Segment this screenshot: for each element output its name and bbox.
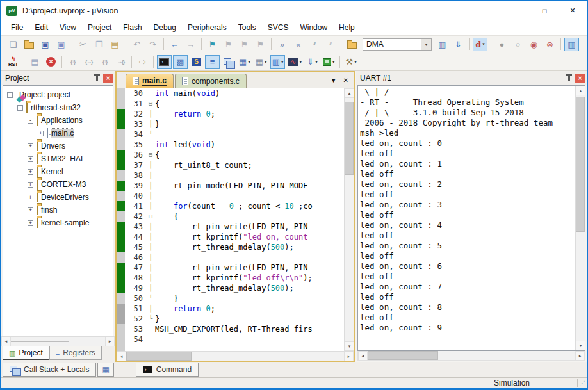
tree-expander-icon[interactable]: + (28, 182, 33, 188)
close-button[interactable]: ✕ (559, 1, 587, 20)
command-tab[interactable]: › Command (136, 363, 199, 377)
fold-marker[interactable]: ⊟ (146, 150, 155, 160)
scroll-thumb[interactable] (11, 341, 69, 342)
menu-flash[interactable]: Flash (117, 21, 147, 34)
tree-expander-icon[interactable]: + (28, 195, 33, 200)
tree-expander-icon[interactable]: + (28, 169, 33, 175)
scroll-down-icon[interactable]: ▾ (576, 341, 585, 350)
navigate-back-button[interactable]: ← (167, 38, 182, 51)
insert-breakpoint-button[interactable]: ● (494, 38, 509, 51)
panel-tab-project[interactable]: ▥Project (3, 346, 49, 360)
step-into-button[interactable]: {↓} (65, 55, 80, 69)
call-stack-tab[interactable]: Call Stack + Locals (3, 363, 96, 377)
panel-tab-registers[interactable]: ≡Registers (49, 346, 102, 360)
menu-svcs[interactable]: SVCS (262, 21, 295, 34)
scroll-left-icon[interactable]: ◂ (1, 337, 11, 346)
menu-edit[interactable]: Edit (29, 21, 54, 34)
memory-window-button[interactable]: ▦▾ (254, 55, 269, 69)
fold-marker[interactable]: ⊟ (146, 211, 155, 222)
clear-bookmarks-button[interactable]: ⚑ (253, 38, 268, 51)
tree-expander-icon[interactable]: - (7, 92, 13, 98)
uart-vscrollbar[interactable]: ▴ ▾ (575, 86, 585, 350)
trace-window-button[interactable]: ⇓▾ (305, 55, 320, 69)
copy-button[interactable]: ❐ (92, 38, 106, 51)
next-bookmark-button[interactable]: ⚑ (221, 38, 236, 51)
title-bar[interactable]: µV D:\project.uvprojx - µVision – □ ✕ (1, 1, 587, 20)
tree-item-stm32-hal[interactable]: +STM32_HAL (3, 152, 113, 165)
editor-hscrollbar[interactable]: ◂ ▸ (117, 351, 354, 361)
dropdown-caret-icon[interactable]: ▾ (248, 60, 250, 65)
dropdown-caret-icon[interactable]: ▾ (281, 60, 284, 65)
comment-button[interactable]: // (307, 38, 322, 51)
editor-tab-components-c[interactable]: components.c (175, 74, 247, 88)
step-out-button[interactable]: {↑} (97, 55, 112, 69)
call-stack-window-button[interactable] (221, 55, 236, 69)
command-window-button[interactable]: › (157, 55, 172, 69)
dropdown-caret-icon[interactable]: ▾ (265, 60, 267, 65)
tree-item-kernel[interactable]: +Kernel (3, 165, 113, 178)
tab-list-icon[interactable]: ▼ (331, 77, 337, 84)
enable-breakpoint-button[interactable]: ○ (510, 38, 525, 51)
find-in-files-folder-button[interactable] (345, 38, 359, 51)
menu-project[interactable]: Project (82, 21, 117, 34)
fold-marker[interactable]: ⊟ (146, 99, 155, 109)
new-file-button[interactable]: ❏ (6, 38, 20, 51)
scroll-down-icon[interactable]: ▾ (345, 341, 354, 351)
tree-expander-icon[interactable]: - (17, 105, 23, 111)
pin-icon[interactable] (568, 76, 570, 81)
outdent-button[interactable]: « (291, 38, 306, 51)
resize-grip[interactable]: ⋰ (578, 380, 587, 387)
tree-item-finsh[interactable]: +finsh (3, 204, 113, 216)
disassembly-window-button[interactable]: ▩ (173, 55, 188, 69)
disable-all-breakpoints-button[interactable]: ◉ (527, 38, 541, 51)
navigate-forward-button[interactable]: → (183, 38, 198, 51)
stop-debug-button[interactable]: ✕ (44, 55, 58, 69)
tree-item-rtthread-stm32[interactable]: -rtthread-stm32 (3, 101, 113, 114)
tree-item-project-project[interactable]: -Project: project (3, 88, 113, 101)
step-over-button[interactable]: {→} (81, 55, 96, 69)
menu-view[interactable]: View (54, 21, 82, 34)
scroll-thumb[interactable] (576, 97, 585, 232)
incremental-find-button[interactable]: ⇓ (451, 38, 466, 51)
system-viewer-button[interactable]: ▾ (321, 55, 337, 69)
tree-item-applications[interactable]: -Applications (3, 114, 113, 127)
registers-window-button[interactable]: ≡ (205, 55, 220, 69)
dropdown-caret-icon[interactable]: ▾ (315, 60, 318, 65)
tree-item-drivers[interactable]: +Drivers (3, 140, 113, 152)
scroll-thumb[interactable] (126, 352, 192, 361)
scroll-left-icon[interactable]: ◂ (358, 351, 368, 361)
menu-peripherals[interactable]: Peripherals (182, 21, 233, 34)
dropdown-caret-icon[interactable]: ▾ (332, 60, 335, 65)
tree-expander-icon[interactable]: + (28, 220, 33, 226)
scroll-up-icon[interactable]: ▴ (345, 88, 354, 98)
tree-item-main-c[interactable]: +main.c (3, 127, 113, 140)
scroll-thumb[interactable] (368, 351, 438, 360)
menu-window[interactable]: Window (294, 21, 333, 34)
save-button[interactable]: ▣ (38, 38, 53, 51)
scroll-right-icon[interactable]: ▸ (344, 352, 354, 361)
previous-bookmark-button[interactable]: ⚑ (237, 38, 252, 51)
editor-tab-main-c[interactable]: main.c (126, 74, 174, 88)
menu-debug[interactable]: Debug (148, 21, 182, 34)
editor-vscrollbar[interactable]: ▴ ▾ (344, 88, 354, 351)
dropdown-caret-icon[interactable]: ▾ (482, 42, 485, 47)
toolbox-button[interactable]: ⚒▾ (343, 55, 358, 69)
indent-button[interactable]: » (275, 38, 290, 51)
uart-panel-close-icon[interactable]: ✕ (575, 74, 585, 83)
project-window-toggle-button[interactable]: ▥ (564, 38, 579, 51)
project-tree[interactable]: -Project: project-rtthread-stm32-Applica… (3, 85, 113, 336)
scroll-thumb[interactable] (345, 102, 354, 175)
scroll-left-icon[interactable]: ◂ (117, 352, 126, 361)
scroll-right-icon[interactable]: ▸ (105, 337, 115, 346)
serial-window-button[interactable]: ▥▾ (270, 55, 286, 69)
start-stop-debug-button[interactable]: d▾ (473, 38, 487, 51)
combobox-dropdown-icon[interactable]: ▾ (421, 39, 431, 50)
reset-button[interactable]: ↰RST (6, 55, 20, 69)
maximize-button[interactable]: □ (530, 1, 559, 20)
menu-file[interactable]: File (5, 21, 29, 34)
tree-item-devicedrivers[interactable]: +DeviceDrivers (3, 191, 113, 204)
uart-hscrollbar[interactable]: ◂ ▸ (357, 351, 585, 361)
find-in-files-dialog-button[interactable]: ▥ (435, 38, 450, 51)
kill-all-breakpoints-button[interactable]: ⊗ (543, 38, 557, 51)
project-panel-close-icon[interactable]: ✕ (103, 74, 113, 83)
